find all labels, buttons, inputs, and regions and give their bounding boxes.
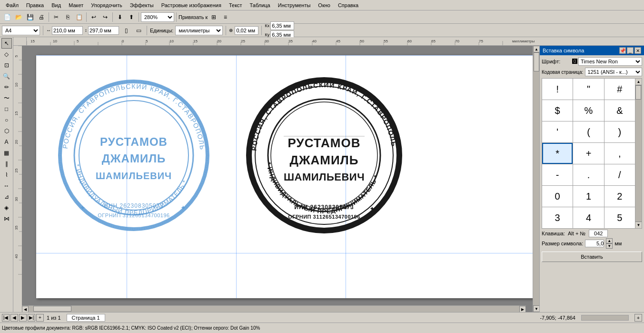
menu-view[interactable]: Вид: [48, 1, 65, 9]
table-tool[interactable]: ▦: [1, 148, 12, 158]
open-btn[interactable]: 📂: [13, 12, 24, 22]
char-cell-percent[interactable]: %: [573, 100, 604, 121]
char-cell-1[interactable]: 1: [573, 186, 604, 207]
redo-btn[interactable]: ↪: [100, 12, 110, 22]
undo-btn[interactable]: ↩: [89, 12, 99, 22]
connector-tool[interactable]: ⌇: [1, 170, 12, 180]
char-scroll-up[interactable]: ▲: [635, 79, 642, 85]
zoom-tool[interactable]: 🔍: [1, 71, 12, 81]
panel-pin-btn[interactable]: 📌: [619, 47, 626, 54]
char-cell-lparen[interactable]: (: [573, 121, 604, 142]
text-tool[interactable]: A: [1, 137, 12, 147]
snap-options-btn[interactable]: ≡: [220, 12, 230, 22]
first-page-btn[interactable]: |◀: [2, 314, 10, 322]
canvas-area[interactable]: РОССИЯ, СТАВРОПОЛЬСКИЙ КРАЙ, Г.СТАВРОПОЛ…: [22, 46, 533, 312]
scroll-down-btn[interactable]: ▼: [533, 305, 540, 312]
char-cell-4[interactable]: 4: [573, 207, 604, 228]
scroll-right-btn[interactable]: ▶: [519, 306, 526, 312]
codepage-select[interactable]: 1251 (ANSI - к...): [585, 68, 642, 76]
print-btn[interactable]: 🖨: [36, 12, 47, 22]
size-up-btn[interactable]: ▲: [606, 238, 613, 243]
scrollbar-h-thumb[interactable]: [33, 306, 71, 312]
add-page-btn[interactable]: +: [36, 314, 44, 322]
panel-min-btn[interactable]: _: [627, 47, 634, 54]
select-tool[interactable]: ↖: [1, 38, 12, 49]
landscape-btn[interactable]: ▭: [133, 25, 144, 36]
char-cell-exclaim[interactable]: !: [542, 79, 573, 100]
menu-help[interactable]: Справка: [334, 1, 362, 9]
scrollbar-v-thumb[interactable]: [534, 52, 539, 71]
rect-tool[interactable]: □: [1, 104, 12, 114]
char-cell-rparen[interactable]: ): [604, 121, 635, 142]
height-input[interactable]: [88, 26, 119, 35]
ellipse-tool[interactable]: ○: [1, 115, 12, 125]
size-down-btn[interactable]: ▼: [606, 243, 613, 249]
parallel-tool[interactable]: ∥: [1, 159, 12, 169]
copy-btn[interactable]: ⎘: [62, 12, 73, 22]
char-cell-5[interactable]: 5: [604, 207, 635, 228]
char-cell-hash[interactable]: #: [604, 79, 635, 100]
char-cell-3[interactable]: 3: [542, 207, 573, 228]
size-input[interactable]: [585, 240, 604, 247]
char-cell-asterisk[interactable]: *: [542, 143, 573, 164]
char-cell-quote[interactable]: ": [573, 79, 604, 100]
page-size-select[interactable]: A4: [2, 26, 40, 35]
char-cell-plus[interactable]: +: [573, 143, 604, 164]
interactive-tool[interactable]: ⋈: [1, 213, 12, 224]
paste-btn[interactable]: 📋: [74, 12, 84, 22]
menu-layout[interactable]: Макет: [65, 1, 87, 9]
shape-tool[interactable]: ◇: [1, 49, 12, 60]
scrollbar-h-track[interactable]: [29, 306, 519, 312]
char-cell-comma[interactable]: ,: [604, 143, 635, 164]
menu-arrange[interactable]: Упорядочить: [87, 1, 126, 9]
menu-file[interactable]: Файл: [2, 1, 22, 9]
prev-page-btn[interactable]: ◀: [10, 314, 18, 322]
font-select[interactable]: Times New Ron: [578, 57, 642, 66]
char-cell-2[interactable]: 2: [604, 186, 635, 207]
char-scroll-down[interactable]: ▼: [635, 222, 642, 228]
cut-btn[interactable]: ✂: [51, 12, 61, 22]
menu-window[interactable]: Окно: [314, 1, 334, 9]
nudge-input[interactable]: [235, 26, 258, 35]
crop-tool[interactable]: ⊡: [1, 60, 12, 71]
import-btn[interactable]: ⬇: [115, 12, 125, 22]
menu-table[interactable]: Таблица: [246, 1, 274, 9]
width-input[interactable]: [52, 26, 83, 35]
snap-btn[interactable]: ⊞: [208, 12, 219, 22]
last-page-btn[interactable]: ▶|: [28, 314, 35, 322]
char-cell-apos[interactable]: ': [542, 121, 573, 142]
char-cell-dollar[interactable]: $: [542, 100, 573, 121]
stamp-blue-container[interactable]: РОССИЯ, СТАВРОПОЛЬСКИЙ КРАЙ, Г.СТАВРОПОЛ…: [55, 62, 212, 248]
measure-tool[interactable]: ↔: [1, 181, 12, 191]
zoom-select[interactable]: 280%: [141, 12, 174, 22]
scroll-left-btn[interactable]: ◀: [22, 306, 29, 312]
freehand-tool[interactable]: ✏: [1, 82, 12, 92]
insert-button[interactable]: Вставить: [542, 252, 642, 262]
char-cell-slash[interactable]: /: [604, 164, 635, 185]
menu-edit[interactable]: Правка: [22, 1, 48, 9]
scroll-up-btn[interactable]: ▲: [533, 46, 540, 52]
char-cell-0[interactable]: 0: [542, 186, 573, 207]
units-select[interactable]: миллиметры: [175, 26, 223, 35]
char-cell-dot[interactable]: .: [573, 164, 604, 185]
char-cell-minus[interactable]: -: [542, 164, 573, 185]
zoom-in-btn[interactable]: +: [634, 314, 642, 322]
menu-effects[interactable]: Эффекты: [126, 1, 158, 9]
menu-text[interactable]: Текст: [225, 1, 246, 9]
char-scroll-thumb[interactable]: [635, 85, 641, 100]
panel-close-btn[interactable]: ✕: [634, 47, 641, 54]
new-btn[interactable]: 📄: [2, 12, 12, 22]
char-scroll-track[interactable]: [635, 85, 642, 222]
menu-tools[interactable]: Инструменты: [274, 1, 315, 9]
menu-bitmaps[interactable]: Растровые изображения: [158, 1, 225, 9]
char-cell-amp[interactable]: &: [604, 100, 635, 121]
smartdraw-tool[interactable]: 〜: [1, 93, 12, 103]
key-code-input[interactable]: [589, 230, 608, 237]
scrollbar-v-track[interactable]: [533, 52, 539, 305]
fill-tool[interactable]: ◈: [1, 202, 12, 213]
export-btn[interactable]: ⬆: [126, 12, 137, 22]
dropper-tool[interactable]: ⊿: [1, 192, 12, 202]
save-btn[interactable]: 💾: [25, 12, 35, 22]
polygon-tool[interactable]: ⬡: [1, 126, 12, 136]
page-tab[interactable]: Страница 1: [67, 314, 105, 322]
